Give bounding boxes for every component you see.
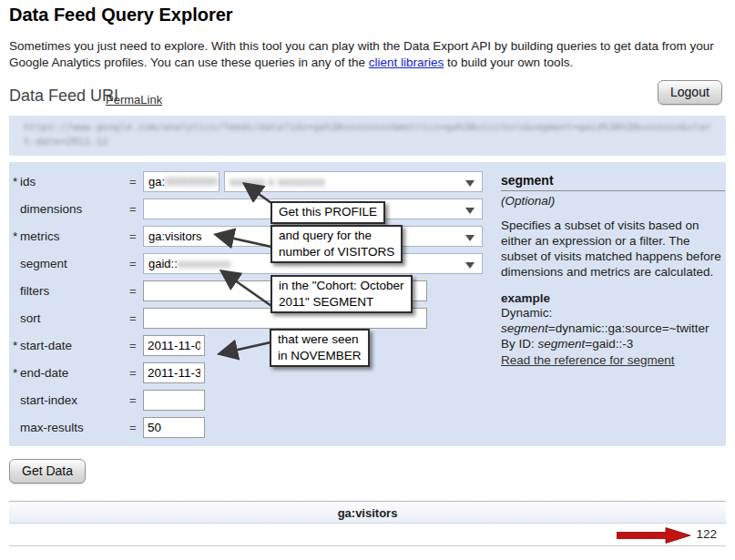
chevron-down-icon[interactable] — [465, 235, 475, 241]
field-label-dimensions: dimensions — [20, 202, 129, 216]
max-results-input[interactable] — [143, 417, 205, 438]
chevron-down-icon[interactable] — [465, 262, 475, 269]
field-label-filters: filters — [20, 284, 129, 298]
field-row-start-index: start-index = — [9, 386, 726, 413]
required-star: * — [13, 229, 20, 243]
equals-sign: = — [129, 421, 143, 434]
redacted-uri-text: https://www.google.com/analytics/feeds/d… — [24, 120, 711, 149]
ids-ga-input[interactable]: ga: 00000000 — [143, 171, 219, 192]
ids-redacted-value: 00000000 — [165, 175, 218, 188]
field-label-segment: segment — [20, 257, 129, 270]
data-feed-uri-heading: Data Feed URI — [9, 87, 118, 106]
equals-sign: = — [129, 311, 143, 325]
callout-line: 2011" SEGMENT — [279, 294, 404, 311]
callout-line: Get this PROFILE — [279, 204, 377, 220]
help-byid-example: By ID: segment=gaid::-3 — [501, 336, 725, 351]
field-label-start-date: start-date — [20, 339, 129, 352]
equals-sign: = — [129, 202, 143, 216]
callout-query-visitors: and query for thenumber of VISITORS — [271, 225, 403, 263]
required-star: * — [13, 175, 20, 188]
equals-sign: = — [129, 366, 143, 380]
callout-get-profile: Get this PROFILE — [271, 201, 385, 224]
results-table: ga:visitors 122 — [9, 501, 726, 546]
query-form: * ids = ga: 00000000 xxxxxx x xxxxxxxx d… — [9, 162, 726, 446]
segment-help-panel: segment (Optional) Specifies a subset of… — [501, 173, 725, 368]
results-column-header: ga:visitors — [9, 501, 726, 524]
equals-sign: = — [129, 175, 143, 188]
get-data-button[interactable]: Get Data — [9, 459, 86, 484]
field-row-max-results: max-results = — [9, 413, 726, 441]
byid-label: By ID: — [501, 337, 538, 351]
equals-sign: = — [129, 284, 143, 298]
callout-line: that were seen — [278, 331, 362, 348]
help-example-title: example — [501, 291, 725, 305]
callout-line: number of VISITORS — [279, 244, 394, 260]
ids-field-group: ga: 00000000 xxxxxx x xxxxxxxx — [143, 171, 483, 192]
page-title: Data Feed Query Explorer — [9, 5, 233, 25]
field-label-end-date: end-date — [20, 366, 129, 380]
segment-keyword: segment — [501, 321, 548, 335]
segment-redacted-value: xxxxxxxxx — [178, 257, 231, 270]
equals-sign: = — [129, 257, 143, 270]
ids-profile-select[interactable]: xxxxxx x xxxxxxxx — [224, 171, 483, 192]
help-description: Specifies a subset of visits based on ei… — [501, 218, 721, 280]
permalink-link[interactable]: PermaLink — [106, 93, 162, 107]
end-date-input[interactable] — [143, 362, 205, 383]
start-date-input[interactable] — [143, 335, 205, 356]
ids-prefix: ga: — [148, 175, 165, 188]
equals-sign: = — [129, 229, 143, 243]
help-dynamic-example: segment=dynamic::ga:source=~twitter — [501, 321, 725, 336]
metrics-value: ga:visitors — [148, 229, 202, 243]
help-dynamic-label: Dynamic: — [501, 305, 725, 321]
field-label-sort: sort — [20, 311, 129, 325]
intro-after: to build your own tools. — [444, 56, 573, 69]
client-libraries-link[interactable]: client libraries — [369, 56, 444, 69]
visitors-value: 122 — [696, 527, 717, 541]
equals-sign: = — [129, 339, 143, 352]
ids-redacted-profile: xxxxxx x xxxxxxxx — [230, 175, 325, 188]
results-row: 122 — [9, 524, 726, 546]
chevron-down-icon[interactable] — [465, 208, 475, 214]
segment-reference-link[interactable]: Read the reference for segment — [501, 353, 675, 367]
callout-line: in NOVEMBER — [278, 348, 362, 364]
byid-example-rest: =gaid::-3 — [585, 337, 633, 351]
callout-seen-november: that were seenin NOVEMBER — [270, 329, 370, 367]
segment-prefix: gaid:: — [148, 257, 178, 270]
field-label-metrics: metrics — [20, 229, 129, 243]
equals-sign: = — [129, 393, 143, 407]
intro-text: Sometimes you just need to explore. With… — [9, 38, 723, 71]
red-arrow-icon — [617, 526, 691, 545]
callout-line: and query for the — [279, 228, 394, 244]
callout-cohort-segment: in the "Cohort: October2011" SEGMENT — [271, 275, 413, 313]
segment-keyword: segment — [538, 337, 586, 351]
data-feed-uri-box: https://www.google.com/analytics/feeds/d… — [9, 116, 726, 156]
intro-before: Sometimes you just need to explore. With… — [9, 39, 714, 69]
chevron-down-icon[interactable] — [465, 180, 475, 187]
field-label-start-index: start-index — [20, 393, 129, 407]
required-star: * — [13, 366, 20, 380]
field-label-ids: ids — [20, 175, 129, 188]
help-optional: (Optional) — [501, 194, 725, 208]
logout-button[interactable]: Logout — [658, 80, 722, 105]
field-label-max-results: max-results — [20, 421, 129, 434]
start-index-input[interactable] — [143, 390, 205, 411]
help-title: segment — [501, 173, 725, 191]
dynamic-example-rest: =dynamic::ga:source=~twitter — [548, 321, 709, 335]
data-feed-query-explorer-page: Data Feed Query Explorer Sometimes you j… — [0, 0, 735, 560]
required-star: * — [13, 339, 20, 352]
callout-line: in the "Cohort: October — [279, 278, 404, 294]
